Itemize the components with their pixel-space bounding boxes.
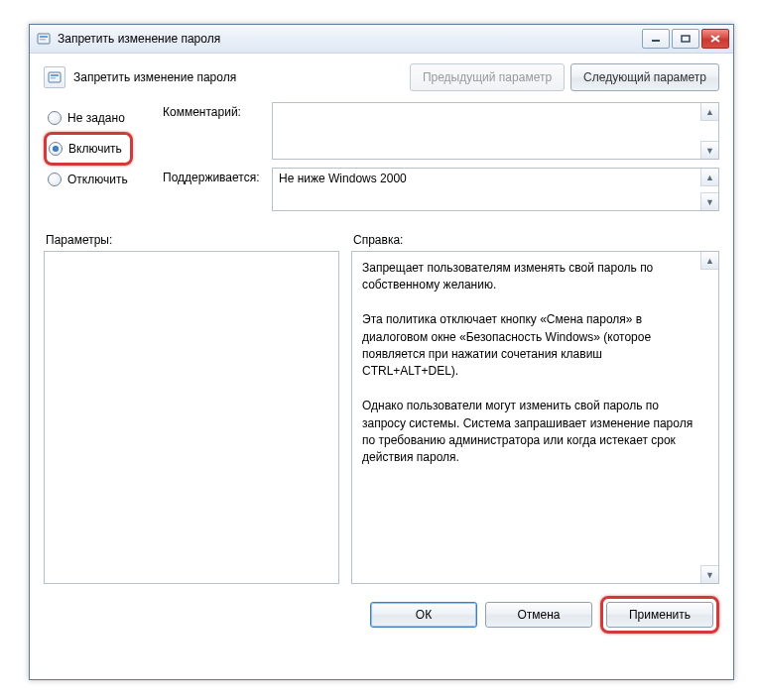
svg-rect-8 [51, 74, 59, 76]
cancel-button[interactable]: Отмена [485, 602, 592, 628]
supported-display: Не ниже Windows 2000 ▲ ▼ [272, 168, 719, 211]
panels: Запрещает пользователям изменять свой па… [44, 251, 719, 584]
scroll-up-icon[interactable]: ▲ [700, 103, 718, 121]
config-area: Не задано Включить Отключить Комментарий… [44, 102, 719, 219]
window-buttons [642, 29, 729, 49]
scroll-up-icon[interactable]: ▲ [700, 252, 718, 270]
apply-button-label: Применить [629, 608, 691, 622]
policy-icon [44, 66, 65, 88]
ok-button[interactable]: ОК [370, 602, 477, 628]
next-parameter-button[interactable]: Следующий параметр [570, 63, 719, 91]
svg-rect-4 [682, 36, 690, 42]
radio-disabled-label: Отключить [67, 173, 128, 186]
help-label: Справка: [343, 233, 719, 247]
radio-not-configured[interactable]: Не задано [44, 106, 163, 130]
help-panel: Запрещает пользователям изменять свой па… [351, 251, 719, 584]
policy-editor-window: Запретить изменение пароля Запретить [29, 24, 734, 680]
radio-enabled-label: Включить [68, 142, 122, 156]
radio-dot-icon [49, 142, 63, 156]
radio-dot-icon [48, 173, 62, 186]
apply-button[interactable]: Применить [606, 602, 713, 628]
next-parameter-label: Следующий параметр [583, 70, 706, 84]
svg-rect-1 [40, 36, 48, 38]
comment-label: Комментарий: [163, 102, 272, 160]
radio-not-configured-label: Не задано [67, 111, 125, 125]
scroll-down-icon[interactable]: ▼ [700, 192, 718, 210]
comment-input[interactable]: ▲ ▼ [272, 102, 719, 160]
fields-column: Комментарий: ▲ ▼ Поддерживается: Не ниже… [163, 102, 719, 219]
previous-parameter-label: Предыдущий параметр [423, 70, 552, 84]
parameters-label: Параметры: [44, 233, 343, 247]
maximize-button[interactable] [672, 29, 699, 49]
apply-button-highlight: Применить [600, 596, 719, 634]
previous-parameter-button[interactable]: Предыдущий параметр [410, 63, 565, 91]
ok-button-label: ОК [416, 608, 432, 622]
policy-title: Запретить изменение пароля [73, 70, 404, 84]
minimize-button[interactable] [642, 29, 670, 49]
svg-rect-9 [51, 77, 56, 79]
comment-value [279, 106, 698, 156]
comment-row: Комментарий: ▲ ▼ [163, 102, 719, 160]
supported-label: Поддерживается: [163, 168, 272, 211]
close-button[interactable] [701, 29, 729, 49]
dialog-button-row: ОК Отмена Применить [44, 596, 719, 634]
cancel-button-label: Отмена [517, 608, 560, 622]
parameters-panel [44, 251, 339, 584]
window-title: Запретить изменение пароля [58, 32, 642, 46]
scroll-down-icon[interactable]: ▼ [700, 565, 718, 583]
lower-labels: Параметры: Справка: [44, 233, 719, 247]
svg-rect-2 [40, 39, 46, 41]
header-row: Запретить изменение пароля Предыдущий па… [44, 62, 719, 92]
supported-row: Поддерживается: Не ниже Windows 2000 ▲ ▼ [163, 168, 719, 211]
radio-dot-icon [48, 111, 62, 125]
app-icon [36, 31, 52, 47]
scroll-up-icon[interactable]: ▲ [700, 169, 718, 186]
scroll-down-icon[interactable]: ▼ [700, 141, 718, 159]
radio-disabled[interactable]: Отключить [44, 168, 163, 191]
radio-enabled-highlight: Включить [44, 132, 133, 166]
client-area: Запретить изменение пароля Предыдущий па… [30, 53, 733, 679]
radio-enabled[interactable]: Включить [49, 137, 122, 161]
supported-value: Не ниже Windows 2000 [279, 172, 698, 207]
state-radio-group: Не задано Включить Отключить [44, 102, 163, 219]
titlebar: Запретить изменение пароля [30, 25, 733, 54]
help-text: Запрещает пользователям изменять свой па… [362, 260, 696, 575]
